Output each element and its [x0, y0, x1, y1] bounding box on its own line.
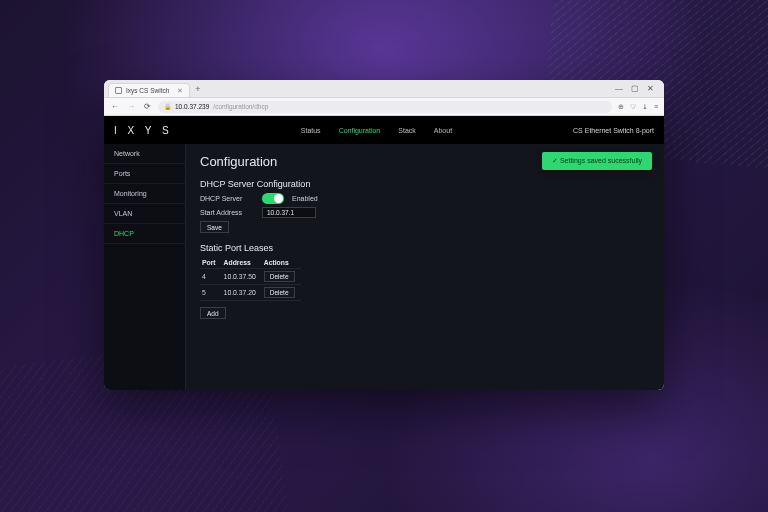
sidebar-item-dhcp[interactable]: DHCP: [104, 224, 185, 244]
window-maximize-icon[interactable]: ▢: [631, 85, 639, 93]
topnav-stack[interactable]: Stack: [398, 127, 416, 134]
table-header-row: Port Address Actions: [200, 257, 301, 269]
toggle-knob: [274, 194, 283, 203]
browser-tab-active[interactable]: Ixys CS Switch ✕: [108, 83, 190, 97]
addon-icon[interactable]: ⊕: [618, 103, 624, 111]
sidebar-item-network[interactable]: Network: [104, 144, 185, 164]
url-input[interactable]: 🔒 10.0.37.239/configuration/dhcp: [158, 101, 612, 113]
toggle-state-text: Enabled: [292, 195, 318, 202]
url-path: /configuration/dhcp: [213, 103, 268, 110]
url-host: 10.0.37.239: [175, 103, 209, 110]
col-actions: Actions: [262, 257, 301, 269]
favicon-icon: [115, 87, 122, 94]
window-close-icon[interactable]: ✕: [647, 85, 654, 93]
content-pane: ✓ Settings saved sucessfully Configurati…: [186, 144, 664, 390]
section-dhcp-title: DHCP Server Configuration: [200, 179, 650, 189]
device-model: CS Ethernet Switch 8-port: [573, 127, 654, 134]
label-dhcp-server: DHCP Server: [200, 195, 254, 202]
row-start-address: Start Address: [200, 207, 650, 218]
window-buttons: — ▢ ✕: [615, 85, 660, 93]
add-button[interactable]: Add: [200, 307, 226, 319]
save-button[interactable]: Save: [200, 221, 229, 233]
label-start-address: Start Address: [200, 209, 254, 216]
browser-window: Ixys CS Switch ✕ + — ▢ ✕ ← → ⟳ 🔒 10.0.37…: [104, 80, 664, 390]
addressbar-actions: ⊕ ♡ ⤓ ≡: [618, 103, 658, 111]
sidebar-item-ports[interactable]: Ports: [104, 164, 185, 184]
col-port: Port: [200, 257, 222, 269]
section-leases-title: Static Port Leases: [200, 243, 650, 253]
nav-back-icon[interactable]: ←: [110, 102, 120, 111]
brand-logo: I X Y S: [114, 125, 173, 136]
table-row: 5 10.0.37.20 Delete: [200, 285, 301, 301]
app-body: Network Ports Monitoring VLAN DHCP ✓ Set…: [104, 144, 664, 390]
browser-tabstrip: Ixys CS Switch ✕ + — ▢ ✕: [104, 80, 664, 98]
cell-port: 4: [200, 269, 222, 285]
nav-forward-icon[interactable]: →: [126, 102, 136, 111]
window-minimize-icon[interactable]: —: [615, 85, 623, 93]
new-tab-button[interactable]: +: [192, 84, 204, 94]
app-root: I X Y S Status Configuration Stack About…: [104, 116, 664, 390]
nav-reload-icon[interactable]: ⟳: [142, 102, 152, 111]
app-header: I X Y S Status Configuration Stack About…: [104, 116, 664, 144]
toggle-dhcp-server[interactable]: [262, 193, 284, 204]
leases-table: Port Address Actions 4 10.0.37.50 Delete: [200, 257, 301, 301]
delete-button[interactable]: Delete: [264, 271, 295, 282]
row-save: Save: [200, 221, 650, 233]
lock-icon: 🔒: [164, 103, 171, 110]
topnav-about[interactable]: About: [434, 127, 452, 134]
tab-title: Ixys CS Switch: [126, 87, 169, 94]
row-add: Add: [200, 307, 650, 319]
table-row: 4 10.0.37.50 Delete: [200, 269, 301, 285]
toast-success: ✓ Settings saved sucessfully: [542, 152, 652, 170]
topnav-configuration[interactable]: Configuration: [339, 127, 381, 134]
sidebar-item-monitoring[interactable]: Monitoring: [104, 184, 185, 204]
cell-address: 10.0.37.50: [222, 269, 262, 285]
app-top-nav: Status Configuration Stack About: [301, 127, 452, 134]
input-start-address[interactable]: [262, 207, 316, 218]
favorite-icon[interactable]: ♡: [630, 103, 636, 111]
delete-button[interactable]: Delete: [264, 287, 295, 298]
download-icon[interactable]: ⤓: [642, 103, 648, 111]
topnav-status[interactable]: Status: [301, 127, 321, 134]
tab-close-icon[interactable]: ✕: [177, 87, 183, 95]
cell-address: 10.0.37.20: [222, 285, 262, 301]
sidebar: Network Ports Monitoring VLAN DHCP: [104, 144, 186, 390]
cell-port: 5: [200, 285, 222, 301]
browser-addressbar: ← → ⟳ 🔒 10.0.37.239/configuration/dhcp ⊕…: [104, 98, 664, 116]
menu-icon[interactable]: ≡: [654, 103, 658, 111]
row-dhcp-server: DHCP Server Enabled: [200, 193, 650, 204]
cell-actions: Delete: [262, 269, 301, 285]
cell-actions: Delete: [262, 285, 301, 301]
col-address: Address: [222, 257, 262, 269]
sidebar-item-vlan[interactable]: VLAN: [104, 204, 185, 224]
